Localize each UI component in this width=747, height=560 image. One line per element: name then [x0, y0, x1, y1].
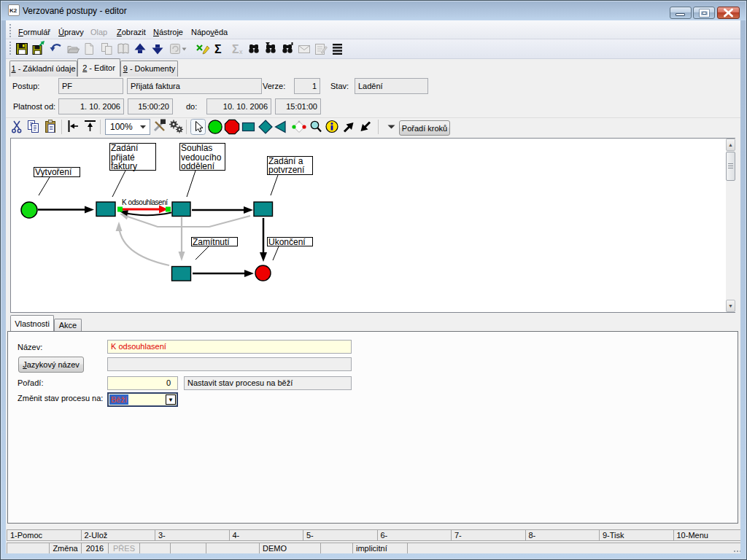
svg-text:x: x: [239, 48, 243, 55]
svg-text:potvrzení: potvrzení: [268, 165, 305, 175]
svg-text:Σ: Σ: [214, 43, 222, 55]
svg-text:K odsouhlasení: K odsouhlasení: [122, 198, 168, 206]
svg-text:100%: 100%: [110, 122, 133, 132]
svg-text:oddělení: oddělení: [181, 161, 215, 171]
svg-text:Ukončení: Ukončení: [268, 237, 306, 247]
svg-text:faktury: faktury: [111, 161, 137, 171]
svg-text:Zamítnutí: Zamítnutí: [193, 237, 230, 247]
svg-text:Σ: Σ: [232, 43, 239, 55]
svg-text:Vytvoření: Vytvoření: [35, 167, 72, 177]
